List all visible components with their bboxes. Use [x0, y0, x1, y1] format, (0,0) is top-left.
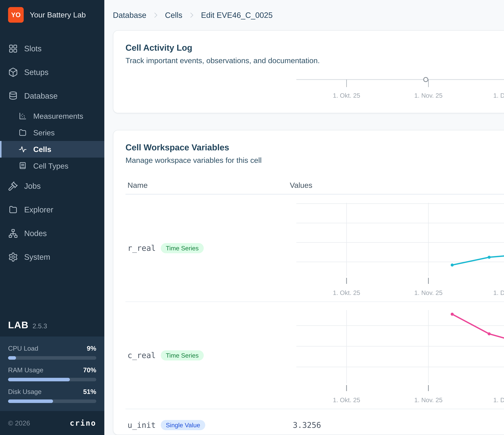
variables-table: Name Values r_real Time Series 32,521,51… [113, 177, 504, 435]
table-row-c_real: c_real Time Series 34,834,634,41. Okt. 2… [126, 302, 504, 409]
grid-icon [8, 44, 18, 54]
breadcrumb-item[interactable]: Database [113, 11, 146, 20]
variables-table-body: r_real Time Series 32,521,51. Okt. 251. … [126, 195, 504, 435]
sidebar-nav: SlotsSetupsDatabaseMeasurementsSeriesCel… [0, 26, 104, 269]
column-header-name: Name [126, 181, 290, 190]
svg-text:1. Okt. 25: 1. Okt. 25 [333, 92, 360, 99]
pulse-icon [18, 145, 27, 154]
sidebar-item-label: Nodes [24, 229, 47, 238]
sidebar-item-label: Jobs [24, 182, 41, 191]
table-row-u_init: u_init Single Value 3.3256 [126, 409, 504, 435]
stat-value: 9% [87, 345, 96, 352]
sidebar-item-label: Measurements [33, 112, 83, 121]
c_real-chart: 34,834,634,41. Okt. 251. Nov. 251. Dez. … [296, 310, 504, 406]
cell-activity-log-card: Cell Activity Log Track important events… [113, 30, 504, 113]
chevron-right-icon [152, 11, 160, 19]
sidebar-item-label: Explorer [24, 205, 53, 214]
sidebar-item-cell-types[interactable]: Cell Types [0, 157, 104, 174]
folder-icon [8, 205, 18, 215]
chevron-right-icon [188, 11, 196, 19]
variable-name: u_init [127, 421, 156, 430]
book-icon [18, 161, 27, 170]
sidebar-item-label: System [24, 252, 50, 261]
app-version-name: LAB [8, 320, 28, 331]
sidebar-item-system[interactable]: System [0, 245, 104, 269]
r_real-chart: 32,521,51. Okt. 251. Nov. 251. Dez. 251.… [296, 202, 504, 299]
activity-timeline-chart: 1. Okt. 251. Nov. 251. Dez. 251. Jan. 26… [296, 75, 504, 110]
scatter-chart-icon [18, 112, 27, 121]
variable-name-cell: r_real Time Series [126, 195, 290, 302]
variable-type-badge: Time Series [161, 350, 204, 360]
variables-card-header: Cell Workspace Variables Manage workspac… [113, 130, 504, 165]
svg-text:1. Nov. 25: 1. Nov. 25 [414, 92, 442, 99]
sidebar-item-label: Setups [24, 68, 48, 77]
brand-logo: YO [8, 7, 24, 23]
sidebar-item-explorer[interactable]: Explorer [0, 198, 104, 222]
breadcrumb-item: Edit EVE46_C_0025 [201, 11, 273, 20]
sidebar-item-label: Cell Types [33, 162, 68, 170]
sidebar-bottom: LAB 2.5.3 CPU Load9% RAM Usage70% Disk U… [0, 314, 104, 435]
stat-label: RAM Usage [8, 366, 43, 374]
chevron-right-icon [152, 11, 160, 19]
copyright: © 2026 [8, 419, 30, 427]
folder-icon [18, 128, 27, 137]
variable-type-badge: Single Value [161, 420, 205, 430]
activity-card-title: Cell Activity Log [126, 43, 504, 53]
sidebar-item-slots[interactable]: Slots [0, 37, 104, 61]
sidebar-item-measurements[interactable]: Measurements [0, 108, 104, 124]
svg-text:1. Dez. 25: 1. Dez. 25 [493, 92, 504, 99]
sidebar-item-label: Series [33, 128, 55, 137]
variable-name: r_real [127, 244, 156, 253]
brand[interactable]: YO Your Battery Lab [0, 0, 104, 26]
stat-value: 51% [83, 388, 96, 395]
column-header-values: Values [290, 181, 504, 190]
svg-text:1. Okt. 25: 1. Okt. 25 [333, 289, 360, 296]
variable-name-cell: u_init Single Value [126, 420, 290, 430]
crino-logo: crino [70, 418, 96, 427]
sidebar: YO Your Battery Lab SlotsSetupsDatabaseM… [0, 0, 104, 435]
database-icon [8, 91, 18, 101]
stat-progressbar [8, 356, 96, 360]
table-row-r_real: r_real Time Series 32,521,51. Okt. 251. … [126, 195, 504, 302]
sidebar-item-jobs[interactable]: Jobs [0, 174, 104, 198]
stat-label: Disk Usage [8, 388, 42, 395]
system-stats: CPU Load9% RAM Usage70% Disk Usage51% [0, 337, 104, 411]
svg-text:1. Dez. 25: 1. Dez. 25 [493, 396, 504, 403]
breadcrumb-item[interactable]: Cells [165, 11, 182, 20]
app-version: LAB 2.5.3 [0, 314, 104, 337]
variable-name: c_real [127, 351, 156, 360]
variables-card-title: Cell Workspace Variables [126, 142, 504, 152]
stat-progressbar [8, 378, 96, 381]
breadcrumb: DatabaseCellsEdit EVE46_C_0025 [113, 11, 273, 20]
svg-text:1. Dez. 25: 1. Dez. 25 [493, 289, 504, 296]
svg-text:1. Okt. 25: 1. Okt. 25 [333, 396, 360, 403]
sidebar-item-setups[interactable]: Setups [0, 61, 104, 84]
network-icon [8, 228, 18, 238]
sidebar-item-label: Cells [33, 145, 51, 154]
sidebar-item-label: Database [24, 91, 58, 100]
stat-progressbar [8, 400, 96, 403]
cell-workspace-variables-card: Cell Workspace Variables Manage workspac… [113, 130, 504, 435]
sidebar-item-database[interactable]: Database [0, 84, 104, 108]
main-area: DatabaseCellsEdit EVE46_C_0025 Cell Acti… [104, 0, 504, 435]
sidebar-item-series[interactable]: Series [0, 124, 104, 141]
svg-text:1. Nov. 25: 1. Nov. 25 [414, 289, 442, 296]
sidebar-footer: © 2026 crino [0, 411, 104, 435]
cube-icon [8, 67, 18, 77]
stat-value: 70% [83, 366, 96, 374]
variable-name-cell: c_real Time Series [126, 302, 290, 409]
variable-values-cell: 3.3256 [290, 421, 504, 430]
single-value: 3.3256 [290, 421, 504, 430]
gear-icon [8, 252, 18, 262]
stat-cpu-load: CPU Load9% [8, 345, 96, 360]
variables-card-subtitle: Manage workspace variables for this cell [126, 156, 504, 165]
app-window: YO Your Battery Lab SlotsSetupsDatabaseM… [0, 0, 504, 435]
hammer-icon [8, 181, 18, 191]
activity-card-subtitle: Track important events, observations, an… [126, 56, 504, 65]
chevron-right-icon [188, 11, 196, 19]
sidebar-item-nodes[interactable]: Nodes [0, 222, 104, 245]
variable-values-cell: 34,834,634,41. Okt. 251. Nov. 251. Dez. … [290, 302, 504, 409]
topbar: DatabaseCellsEdit EVE46_C_0025 [113, 0, 504, 30]
stat-ram-usage: RAM Usage70% [8, 366, 96, 381]
sidebar-item-cells[interactable]: Cells [0, 141, 104, 157]
